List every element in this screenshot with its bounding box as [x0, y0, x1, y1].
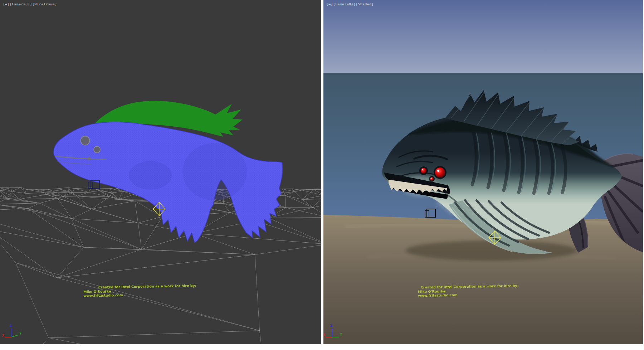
- eye-specular: [437, 170, 439, 172]
- viewport-label-shaded[interactable]: [+][Camera01][Shaded]: [326, 2, 374, 6]
- fish-shade-blotch: [129, 161, 172, 190]
- viewport-shaded[interactable]: X Y Z [+][Camera01][Shaded] Created for …: [323, 0, 643, 344]
- fish-shade-blotch: [182, 143, 247, 200]
- eye-specular: [431, 178, 432, 179]
- watermark-right: Created for Intel Corporation as a work …: [418, 284, 519, 298]
- eye-circle: [81, 136, 90, 145]
- eye-specular: [422, 169, 423, 170]
- watermark-left: Created for Intel Corporation as a work …: [83, 283, 196, 298]
- viewport-label-wireframe[interactable]: [+][Camera01][Wireframe]: [3, 2, 57, 6]
- axis-y-label: Y: [340, 333, 342, 337]
- eye-red: [421, 168, 426, 174]
- axis-tripod: X Y Z: [2, 324, 21, 337]
- sky: [323, 0, 643, 74]
- axis-x-label: X: [323, 333, 326, 337]
- viewport-wireframe[interactable]: X Y Z [+][Camera01][Wireframe] Created f…: [0, 0, 321, 344]
- axis-y-label: Y: [19, 331, 21, 335]
- axis-z-label: Z: [10, 324, 12, 327]
- eye-red: [435, 167, 445, 178]
- eye-circle: [94, 146, 100, 153]
- axis-x-label: X: [2, 334, 4, 337]
- fish-wireframe-model[interactable]: [54, 101, 283, 243]
- eye-red-small: [430, 177, 434, 181]
- viewport-divider: [321, 0, 323, 344]
- axis-z-label: Z: [330, 324, 332, 327]
